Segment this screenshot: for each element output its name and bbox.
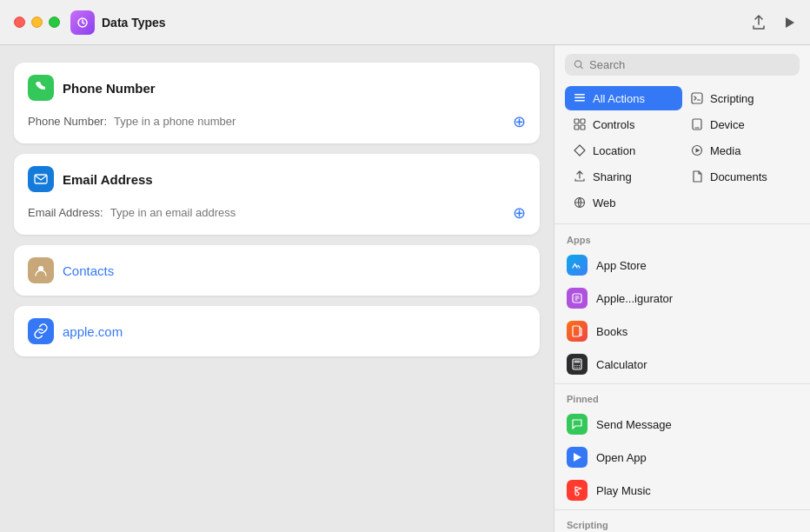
- action-app-store[interactable]: App Store: [554, 249, 810, 282]
- location-icon: [572, 143, 588, 158]
- phone-card-title: Phone Number: [63, 81, 156, 96]
- divider-pinned-scripting: [554, 509, 810, 510]
- link-icon: [28, 318, 54, 344]
- svg-rect-6: [574, 97, 585, 99]
- svg-rect-11: [574, 125, 579, 130]
- cat-media[interactable]: Media: [682, 138, 800, 163]
- right-panel-top: All Actions Scripting Controls: [554, 45, 810, 224]
- link-card[interactable]: apple.com: [14, 306, 540, 356]
- svg-rect-10: [581, 119, 585, 123]
- search-icon: [574, 59, 584, 70]
- web-icon: [572, 195, 588, 210]
- apps-section-label: Apps: [554, 228, 810, 249]
- contacts-card[interactable]: Contacts: [14, 245, 540, 296]
- email-field-label: Email Address:: [28, 206, 103, 219]
- phone-field: Phone Number: ⊕: [28, 111, 526, 131]
- share-button[interactable]: [751, 15, 767, 30]
- svg-rect-12: [581, 125, 585, 130]
- close-button[interactable]: [14, 17, 25, 28]
- apple-configurator-label: Apple...igurator: [596, 292, 673, 305]
- cat-sharing-label: Sharing: [593, 170, 632, 183]
- svg-point-20: [574, 365, 575, 366]
- main-content: Phone Number Phone Number: ⊕ Email Addre…: [0, 45, 810, 532]
- cat-location-label: Location: [593, 144, 635, 157]
- card-header-phone: Phone Number: [28, 75, 526, 101]
- right-panel: All Actions Scripting Controls: [554, 45, 810, 532]
- email-card-title: Email Address: [63, 172, 153, 187]
- titlebar-actions: [751, 15, 796, 30]
- svg-rect-17: [573, 326, 580, 336]
- svg-rect-19: [574, 361, 581, 363]
- calculator-icon: [567, 354, 588, 375]
- open-app-icon: [567, 447, 588, 468]
- svg-point-25: [579, 367, 580, 368]
- action-play-music[interactable]: Play Music: [554, 474, 810, 507]
- email-field: Email Address: ⊕: [28, 203, 526, 223]
- action-open-app[interactable]: Open App: [554, 441, 810, 474]
- books-icon: [567, 321, 588, 342]
- svg-rect-8: [692, 93, 702, 103]
- cat-sharing[interactable]: Sharing: [565, 164, 682, 189]
- svg-point-21: [576, 365, 577, 366]
- cat-web-label: Web: [593, 196, 616, 209]
- action-send-message[interactable]: Send Message: [554, 408, 810, 441]
- cat-web[interactable]: Web: [565, 190, 682, 215]
- books-label: Books: [596, 325, 627, 338]
- svg-marker-26: [574, 453, 581, 462]
- cat-location[interactable]: Location: [565, 138, 682, 163]
- titlebar: Data Types: [0, 0, 810, 45]
- scripting-section-label: Scripting: [554, 513, 810, 532]
- phone-field-label: Phone Number:: [28, 115, 107, 128]
- device-icon: [689, 116, 705, 132]
- media-icon: [689, 143, 705, 158]
- phone-icon: [28, 75, 54, 101]
- cat-scripting[interactable]: Scripting: [682, 86, 800, 110]
- open-app-label: Open App: [596, 451, 647, 464]
- email-icon: [28, 166, 54, 192]
- svg-point-23: [574, 367, 575, 368]
- all-actions-icon: [572, 90, 588, 106]
- send-message-icon: [567, 414, 588, 435]
- send-message-label: Send Message: [596, 418, 672, 431]
- cat-all-actions[interactable]: All Actions: [565, 86, 682, 110]
- traffic-lights: [14, 17, 60, 28]
- phone-add-button[interactable]: ⊕: [513, 114, 526, 130]
- svg-rect-7: [574, 100, 585, 102]
- phone-input[interactable]: [114, 111, 506, 131]
- cat-documents[interactable]: Documents: [682, 164, 800, 189]
- pinned-section-label: Pinned: [554, 387, 810, 408]
- email-input[interactable]: [110, 203, 506, 223]
- cat-controls-label: Controls: [593, 118, 634, 131]
- action-calculator[interactable]: Calculator: [554, 348, 810, 381]
- link-label: apple.com: [63, 324, 123, 339]
- phone-number-card: Phone Number Phone Number: ⊕: [14, 63, 540, 143]
- actions-list: Apps App Store Apple...igurator: [554, 224, 810, 532]
- sharing-icon: [572, 169, 588, 184]
- svg-rect-5: [574, 94, 585, 96]
- search-input[interactable]: [589, 58, 791, 71]
- contacts-label: Contacts: [63, 263, 114, 278]
- svg-point-22: [579, 365, 580, 366]
- window-title: Data Types: [102, 16, 166, 30]
- cat-documents-label: Documents: [710, 170, 767, 183]
- apple-configurator-icon: [567, 288, 588, 309]
- action-books[interactable]: Books: [554, 315, 810, 348]
- calculator-label: Calculator: [596, 358, 647, 371]
- divider-apps-pinned: [554, 383, 810, 384]
- search-bar: [565, 54, 800, 76]
- app-icon: [70, 10, 95, 35]
- maximize-button[interactable]: [49, 17, 60, 28]
- left-panel: Phone Number Phone Number: ⊕ Email Addre…: [0, 45, 554, 532]
- action-apple-configurator[interactable]: Apple...igurator: [554, 282, 810, 315]
- minimize-button[interactable]: [31, 17, 43, 28]
- play-button[interactable]: [782, 16, 796, 30]
- cat-controls[interactable]: Controls: [565, 112, 682, 136]
- cat-all-actions-label: All Actions: [593, 92, 645, 105]
- scripting-icon: [689, 90, 705, 106]
- cat-device[interactable]: Device: [682, 112, 800, 136]
- email-add-button[interactable]: ⊕: [513, 205, 526, 221]
- controls-icon: [572, 116, 588, 132]
- card-header-email: Email Address: [28, 166, 526, 192]
- cat-device-label: Device: [710, 118, 745, 131]
- app-store-label: App Store: [596, 259, 647, 272]
